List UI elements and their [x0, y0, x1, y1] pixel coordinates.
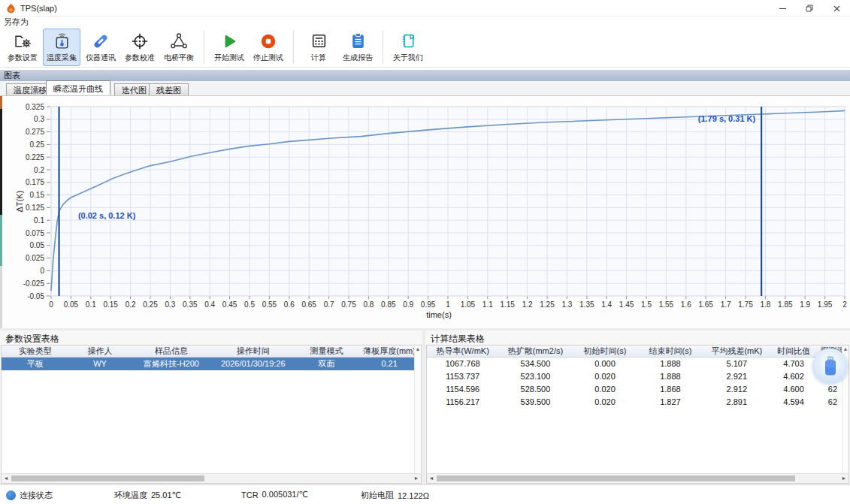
edge-strip — [0, 109, 2, 215]
column-header[interactable]: 初始时间(s) — [573, 346, 638, 358]
app-logo-flame-icon — [6, 3, 16, 14]
table-cell: 0.020 — [573, 383, 638, 396]
toolbar-button-generate-report[interactable]: 生成报告 — [339, 29, 377, 66]
column-header[interactable]: 操作时间 — [211, 346, 295, 358]
menu-save-as[interactable]: 另存为 — [4, 17, 29, 28]
scroll-right-icon[interactable]: ► — [412, 474, 421, 483]
connection-status-label: 连接状态 — [20, 490, 53, 501]
connection-status: 连接状态 — [6, 490, 53, 501]
toolbar-button-param-calibration[interactable]: 参数校准 — [121, 29, 159, 66]
minimize-button[interactable] — [769, 0, 796, 17]
toolbar-button-bridge-balance[interactable]: 电桥平衡 — [160, 29, 198, 66]
toolbar-button-label: 温度采集 — [47, 53, 77, 63]
column-header[interactable]: 热导率(W/mK) — [427, 346, 498, 358]
results-table[interactable]: 热导率(W/mK)热扩散(mm2/s)初始时间(s)结束时间(s)平均残差(mK… — [426, 345, 849, 484]
chart-annotation: (1.79 s, 0.31 K) — [698, 114, 756, 123]
table-cell: 0.020 — [573, 396, 638, 409]
column-header[interactable]: 结束时间(s) — [637, 346, 703, 358]
x-tick-label: 0.6 — [284, 300, 295, 309]
x-tick-label: 1.25 — [540, 300, 555, 309]
column-header[interactable]: 平均残差(mK) — [703, 346, 770, 358]
tab-transient-temp-rise[interactable]: 瞬态温升曲线 — [46, 80, 110, 95]
table-row[interactable]: 平板WY富烯科技-H2002026/01/30/19:26双面0.21 — [2, 358, 421, 370]
toolbar-button-about[interactable]: 关于我们 — [389, 29, 427, 66]
x-tick-label: 0.1 — [86, 300, 96, 309]
toolbar-button-start-test[interactable]: 开始测试 — [210, 29, 248, 66]
x-tick-label: 2 — [842, 300, 847, 309]
x-tick-label: 1.1 — [482, 300, 493, 309]
floating-usb-icon[interactable] — [812, 349, 848, 384]
table-row[interactable]: 1156.217539.5000.0201.8272.8914.59462 — [427, 396, 848, 409]
table-cell: 1.888 — [637, 358, 703, 370]
column-header[interactable]: 样品信息 — [132, 346, 211, 358]
toolbar-button-calculate[interactable]: 计算 — [300, 29, 337, 66]
column-header[interactable]: 操作人 — [68, 346, 132, 358]
scroll-right-icon[interactable]: ► — [839, 474, 848, 483]
params-vscrollbar[interactable]: ▲ — [414, 346, 421, 473]
table-cell: 4.600 — [770, 383, 817, 396]
params-hscroll-thumb[interactable] — [11, 475, 204, 481]
x-tick-label: 1.9 — [800, 300, 810, 309]
table-cell: 1067.768 — [427, 358, 498, 370]
thermometer-wifi-icon — [52, 32, 71, 51]
x-tick-label: 0.2 — [126, 300, 136, 309]
restore-button[interactable] — [796, 0, 823, 17]
bottom-area: 参数设置表格 实验类型操作人样品信息操作时间测量模式薄板厚度(mm)平板WY富烯… — [0, 328, 850, 484]
table-cell: 2026/01/30/19:26 — [211, 358, 295, 370]
report-clipboard-icon — [348, 32, 368, 51]
x-tick-label: 0.8 — [363, 300, 374, 309]
close-button[interactable] — [823, 0, 850, 17]
scroll-left-icon[interactable]: ◄ — [2, 474, 11, 483]
results-hscrollbar[interactable]: ◄ ► — [427, 473, 848, 483]
toolbar-button-param-settings[interactable]: 参数设置 — [4, 29, 41, 66]
toolbar-button-stop-test[interactable]: 停止测试 — [250, 29, 287, 66]
window-title: TPS(slap) — [20, 4, 57, 13]
tab-residual-plot[interactable]: 残差图 — [149, 83, 189, 95]
scroll-left-icon[interactable]: ◄ — [427, 474, 436, 483]
table-cell: 534.500 — [498, 358, 572, 370]
column-header[interactable]: 热扩散(mm2/s) — [498, 346, 572, 358]
params-table[interactable]: 实验类型操作人样品信息操作时间测量模式薄板厚度(mm)平板WY富烯科技-H200… — [1, 345, 422, 484]
x-tick-label: 0.85 — [381, 300, 396, 309]
column-header[interactable]: 实验类型 — [2, 346, 68, 358]
toolbar-button-instrument-comm[interactable]: 仪器通讯 — [82, 29, 119, 66]
chart-annotation: (0.02 s, 0.12 K) — [78, 211, 136, 220]
x-tick-label: 1.95 — [818, 300, 833, 309]
column-header[interactable]: 薄板厚度(mm) — [358, 346, 421, 358]
table-cell: 0.000 — [573, 358, 638, 370]
y-tick-label: 0.225 — [26, 153, 44, 161]
ambient-temperature-value: 25.01℃ — [151, 490, 181, 500]
x-tick-label: 1.15 — [500, 300, 515, 309]
column-header[interactable]: 测量模式 — [295, 346, 358, 358]
table-row[interactable]: 1067.768534.5000.0001.8885.1074.703 — [427, 358, 848, 370]
params-hscrollbar[interactable]: ◄ ► — [2, 473, 421, 483]
x-tick-label: 0.7 — [324, 300, 334, 309]
status-bar: 连接状态 环境温度 25.01℃ TCR 0.005031/℃ 初始电阻 12.… — [0, 484, 850, 504]
toolbar-separator — [204, 31, 204, 64]
toolbar-button-label: 停止测试 — [253, 53, 283, 63]
table-row[interactable]: 1153.737523.1000.0201.8882.9214.602 — [427, 370, 848, 383]
ambient-temperature-label: 环境温度 — [114, 490, 147, 501]
y-tick-label: 0.05 — [30, 241, 45, 249]
toolbar: 参数设置 温度采集 — [0, 27, 850, 68]
edge-strip — [0, 266, 2, 328]
calculator-icon — [309, 32, 328, 51]
table-cell: 4.594 — [770, 396, 817, 409]
y-tick-label: -0.025 — [23, 279, 45, 288]
table-row[interactable]: 1154.596528.5000.0201.8682.9124.60062 — [427, 383, 848, 396]
x-axis-label: time(s) — [426, 310, 452, 319]
table-cell: 1.888 — [637, 370, 703, 383]
edge-strip — [0, 96, 2, 109]
results-panel-title: 计算结果表格 — [425, 330, 850, 345]
table-cell: 5.107 — [703, 358, 770, 370]
play-icon — [219, 32, 239, 51]
y-tick-label: -0.05 — [27, 292, 44, 300]
transient-chart[interactable]: 00.050.10.150.20.250.30.350.40.450.50.55… — [0, 96, 850, 328]
y-tick-label: 0.25 — [30, 140, 45, 149]
results-hscroll-thumb[interactable] — [437, 475, 795, 481]
x-tick-label: 1.55 — [659, 300, 674, 309]
stop-icon — [259, 32, 278, 51]
y-tick-label: 0.025 — [26, 254, 44, 262]
toolbar-button-temp-collect[interactable]: 温度采集 — [43, 29, 80, 66]
column-header[interactable]: 时间比值 — [770, 346, 817, 358]
